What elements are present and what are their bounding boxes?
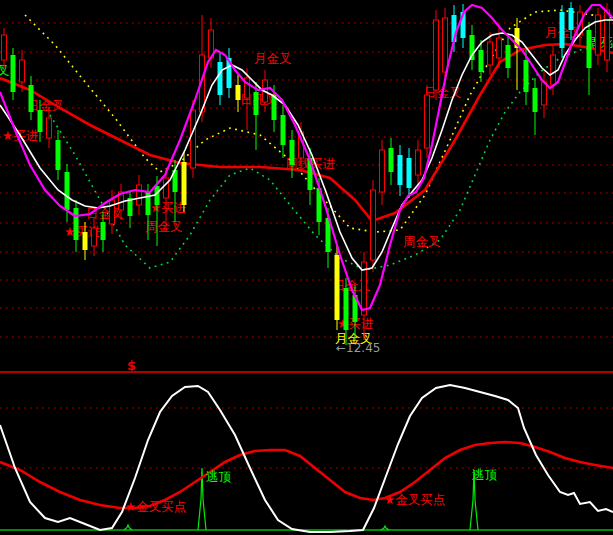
- candle-body: [83, 232, 88, 250]
- candle-body: [434, 20, 439, 90]
- candle-body: [65, 172, 70, 210]
- indicator-signal-label: 逃顶: [472, 467, 498, 482]
- candle-body: [506, 45, 511, 68]
- candle-body: [137, 185, 142, 205]
- signal-label: 周金叉: [403, 234, 441, 249]
- candle-body: [605, 10, 610, 60]
- signal-label: 叉: [0, 63, 10, 78]
- candle-body: [380, 150, 385, 192]
- candle-body: [254, 92, 259, 115]
- candle-body: [524, 60, 529, 92]
- candle-body: [416, 150, 421, 175]
- candle-body: [344, 288, 349, 330]
- separator-dollar-symbol: $: [127, 358, 136, 373]
- candle-body: [398, 155, 403, 185]
- candle-body: [290, 140, 295, 165]
- candle-body: [2, 35, 7, 60]
- candle-body: [479, 50, 484, 72]
- candle-body: [371, 190, 376, 260]
- low-price-label: ←12.45: [336, 341, 380, 355]
- candle-body: [569, 8, 574, 30]
- candle-body: [335, 255, 340, 320]
- candle-body: [182, 162, 187, 205]
- candle-body: [164, 178, 169, 198]
- candle-body: [218, 62, 223, 95]
- candle-body: [29, 85, 34, 112]
- candle-body: [11, 55, 16, 92]
- candle-body: [236, 85, 241, 100]
- candle-body: [191, 110, 196, 168]
- candle-body: [101, 222, 106, 240]
- candle-body: [92, 228, 97, 246]
- candle-body: [443, 18, 448, 72]
- signal-label: 周金叉: [145, 219, 183, 234]
- candle-body: [281, 115, 286, 145]
- indicator-signal-label: 逃顶: [206, 469, 232, 484]
- candle-body: [488, 42, 493, 65]
- candle-body: [407, 158, 412, 188]
- indicator-signal-label: ★金叉买点: [125, 499, 186, 514]
- candle-body: [560, 12, 565, 48]
- candle-body: [74, 208, 79, 240]
- stock-app-screen: 叉日金叉★买进日金叉★买进★买进周金叉月金叉日死叉周线买进周金叉日金叉★买进月金…: [0, 0, 613, 535]
- candle-body: [542, 82, 547, 105]
- candle-body: [497, 38, 502, 58]
- signal-label: 月金叉: [254, 51, 292, 66]
- stock-chart[interactable]: 叉日金叉★买进日金叉★买进★买进周金叉月金叉日死叉周线买进周金叉日金叉★买进月金…: [0, 0, 613, 535]
- indicator-signal-label: ★金叉买点: [384, 492, 445, 507]
- candle-body: [20, 60, 25, 82]
- candle-body: [38, 110, 43, 132]
- candle-body: [389, 148, 394, 172]
- candle-body: [47, 118, 52, 138]
- candle-body: [56, 140, 61, 170]
- candle-body: [425, 95, 430, 148]
- candle-body: [110, 200, 115, 224]
- candle-body: [551, 55, 556, 85]
- candle-body: [533, 88, 538, 112]
- candle-body: [587, 30, 592, 68]
